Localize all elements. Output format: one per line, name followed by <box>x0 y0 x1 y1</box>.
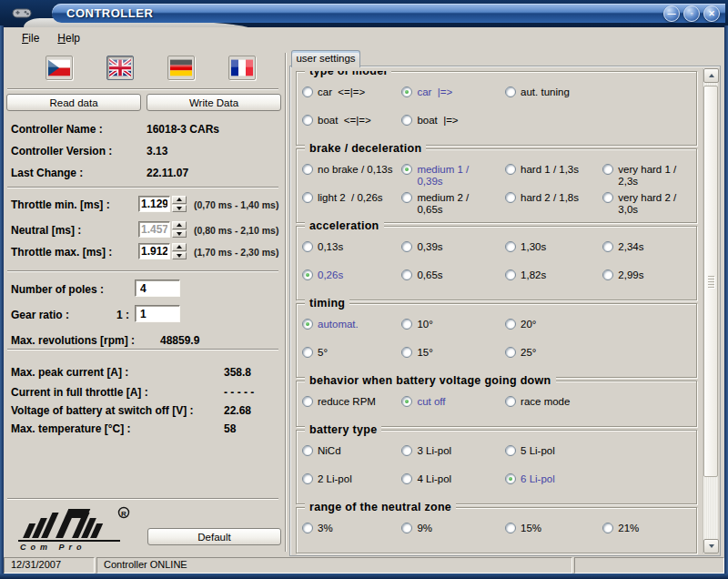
radio-option[interactable]: 10° <box>401 316 505 342</box>
radio-option[interactable]: very hard 1 / 2,3s <box>602 161 693 188</box>
radio-icon <box>602 164 613 175</box>
radio-option[interactable]: 3% <box>302 520 401 546</box>
radio-option[interactable]: 21% <box>602 520 693 546</box>
czech-flag-button[interactable] <box>46 56 73 80</box>
group-title: brake / deceleration <box>305 142 426 155</box>
radio-option[interactable]: medium 2 / 0,65s <box>401 189 505 216</box>
minimize-button[interactable]: — <box>663 5 680 22</box>
neutral-input[interactable] <box>138 221 170 238</box>
maximize-button[interactable]: ▫ <box>683 5 700 22</box>
radio-option[interactable]: 3 Li-pol <box>401 442 505 469</box>
radio-option[interactable]: boat |=> <box>401 112 505 138</box>
throttle-max-spinner[interactable] <box>172 243 187 259</box>
radio-icon <box>602 269 613 280</box>
radio-option[interactable]: reduce RPM <box>302 393 401 420</box>
status-controller: Controller ONLINE <box>96 557 572 574</box>
switch-off-voltage-value: 22.68 <box>224 404 251 417</box>
poles-label: Number of poles : <box>11 283 104 296</box>
radio-option[interactable]: 0,39s <box>401 239 505 265</box>
scroll-down-button[interactable] <box>703 539 719 554</box>
radio-option[interactable]: 2,99s <box>602 267 693 293</box>
radio-label: 3% <box>318 523 333 534</box>
radio-option[interactable]: very hard 2 / 3,0s <box>602 189 693 216</box>
throttle-min-spinner[interactable] <box>172 196 187 212</box>
settings-groups: type of modelcar <=|=>car |=>aut. tuning… <box>292 71 701 554</box>
radio-row: car <=|=>car |=>aut. tuning <box>302 84 693 110</box>
scrollbar-thumb[interactable] <box>703 86 718 477</box>
scrollbar[interactable] <box>703 68 718 554</box>
radio-option[interactable]: 0,13s <box>302 239 401 265</box>
gear-ratio-prefix: 1 : <box>116 309 129 321</box>
radio-option[interactable]: car <=|=> <box>302 84 401 110</box>
radio-option[interactable]: no brake / 0,13s <box>302 161 401 188</box>
radio-icon <box>505 523 516 533</box>
default-button[interactable]: Default <box>147 528 281 545</box>
radio-option[interactable]: 6 Li-pol <box>505 471 602 497</box>
group-title: acceleration <box>305 219 384 232</box>
spin-up-icon[interactable] <box>172 196 187 204</box>
radio-option[interactable]: medium 1 / 0,39s <box>401 161 505 188</box>
radio-option[interactable]: hard 1 / 1,3s <box>505 161 602 188</box>
radio-option[interactable]: race mode <box>505 393 602 420</box>
radio-option[interactable]: 15% <box>505 520 602 546</box>
spin-up-icon[interactable] <box>172 221 187 229</box>
gear-ratio-input[interactable] <box>135 305 180 322</box>
svg-text:R: R <box>121 510 126 518</box>
spin-down-icon[interactable] <box>172 205 187 213</box>
thumb-grip-icon <box>708 276 714 288</box>
throttle-max-input[interactable] <box>138 243 170 259</box>
close-button[interactable]: ✕ <box>703 5 720 22</box>
radio-option[interactable]: 1,82s <box>505 267 602 293</box>
radio-row: reduce RPMcut offrace mode <box>302 393 693 420</box>
radio-option[interactable]: 15° <box>401 344 505 371</box>
radio-option[interactable]: 2 Li-pol <box>302 471 401 497</box>
radio-option[interactable]: 2,34s <box>602 239 693 265</box>
radio-option[interactable]: automat. <box>302 316 401 342</box>
controller-version-value: 3.13 <box>147 145 167 157</box>
radio-label: cut off <box>417 396 445 408</box>
uk-flag-button[interactable] <box>106 56 134 80</box>
scroll-up-button[interactable] <box>703 68 719 83</box>
read-data-button[interactable]: Read data <box>6 94 141 111</box>
radio-option[interactable]: hard 2 / 1,8s <box>505 189 602 216</box>
throttle-min-range: (0,70 ms - 1,40 ms) <box>194 199 278 210</box>
radio-option[interactable]: 25° <box>505 344 602 371</box>
radio-icon <box>602 523 613 533</box>
full-throttle-current-label: Current in full throttle [A] : <box>11 386 148 399</box>
radio-row: NiCd3 Li-pol5 Li-pol <box>302 442 693 469</box>
radio-option[interactable]: 9% <box>401 520 505 546</box>
write-data-button[interactable]: Write Data <box>147 94 281 111</box>
menu-help[interactable]: Help <box>52 30 86 46</box>
radio-row: 2 Li-pol4 Li-pol6 Li-pol <box>302 471 693 497</box>
radio-option[interactable]: 5° <box>302 344 401 371</box>
radio-option[interactable]: cut off <box>401 393 505 420</box>
radio-option[interactable]: light 2 / 0,26s <box>302 189 401 216</box>
spin-up-icon[interactable] <box>172 243 187 251</box>
separator <box>7 270 278 272</box>
german-flag-button[interactable] <box>167 56 195 80</box>
throttle-min-input[interactable] <box>138 196 170 212</box>
radio-option[interactable]: 1,30s <box>505 239 602 265</box>
group-brake-deceleration: brake / decelerationno brake / 0,13smedi… <box>296 148 697 223</box>
radio-option[interactable]: 4 Li-pol <box>401 471 505 497</box>
neutral-spinner[interactable] <box>172 221 187 238</box>
french-flag-button[interactable] <box>228 56 256 80</box>
radio-icon <box>505 319 516 330</box>
tab-user-settings[interactable]: user settings <box>291 50 360 67</box>
radio-option[interactable]: 0,65s <box>401 267 505 293</box>
radio-option[interactable]: 0,26s <box>302 267 401 293</box>
throttle-max-label: Throttle max. [ms] : <box>11 246 112 259</box>
poles-input[interactable] <box>135 279 180 297</box>
menu-file[interactable]: File <box>16 30 45 46</box>
radio-option[interactable]: 20° <box>505 316 602 342</box>
radio-option[interactable]: boat <=|=> <box>302 112 401 138</box>
radio-option[interactable]: aut. tuning <box>505 84 602 110</box>
spin-down-icon[interactable] <box>172 230 187 239</box>
radio-option[interactable]: NiCd <box>302 442 401 469</box>
window-title: CONTROLLER <box>52 6 153 20</box>
radio-option[interactable]: 5 Li-pol <box>505 442 602 469</box>
radio-option[interactable]: car |=> <box>401 84 505 110</box>
spin-down-icon[interactable] <box>172 252 187 260</box>
radio-icon <box>302 445 313 456</box>
radio-row: automat.10°20° <box>302 316 693 342</box>
